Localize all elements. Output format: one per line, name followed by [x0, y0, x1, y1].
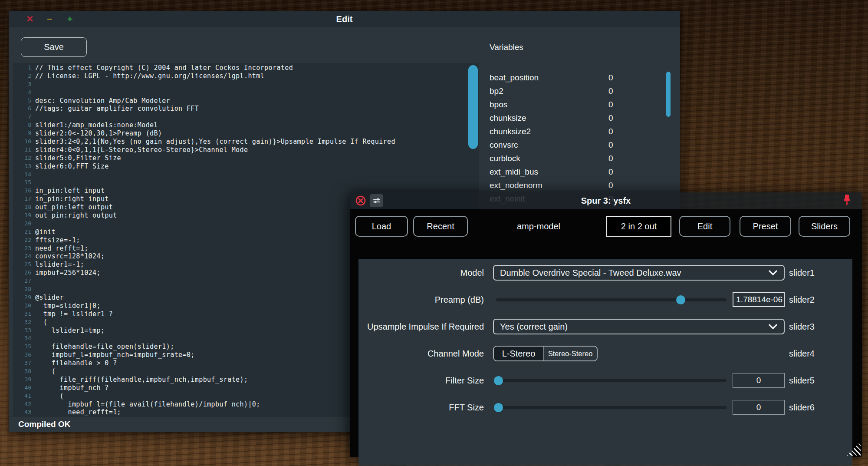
variable-row[interactable]: ext_midi_bus0: [490, 165, 681, 178]
code-text: need_refft=1;: [35, 245, 89, 253]
variable-row[interactable]: bp20: [490, 84, 681, 98]
variable-value: 0: [608, 113, 613, 123]
variable-value: 0: [608, 100, 613, 109]
code-text: //tags: guitar amplifier convolution FFT: [35, 105, 199, 113]
sliders-button[interactable]: Sliders: [799, 216, 850, 237]
variable-value: 0: [608, 140, 613, 150]
upsample-label: Upsample Impulse If Required: [358, 319, 484, 334]
variable-row[interactable]: chunksize20: [490, 125, 681, 138]
variable-name: chunksize: [490, 113, 608, 123]
code-line: 5desc: Convolution Amp/Cab Modeler: [13, 97, 479, 105]
line-number: 43: [13, 408, 35, 416]
code-text: need_refft=1;: [35, 408, 121, 416]
minimize-icon[interactable]: −: [47, 11, 52, 27]
save-button[interactable]: Save: [21, 37, 87, 57]
fft-size-slider[interactable]: [496, 406, 727, 409]
editor-titlebar[interactable]: ✕ − + Edit: [9, 11, 680, 27]
slider-thumb[interactable]: [676, 295, 685, 304]
code-line: 2// License: LGPL - http://www.gnu.org/l…: [13, 72, 479, 80]
pin-icon[interactable]: [843, 195, 851, 207]
sliders-icon: [373, 198, 381, 204]
line-number: 8: [13, 121, 35, 129]
io-channels-badge[interactable]: 2 in 2 out: [606, 216, 671, 237]
preamp-value-input[interactable]: 1.78814e-06: [733, 292, 785, 307]
code-line: 14: [13, 171, 479, 179]
model-label: Model: [358, 265, 484, 281]
variable-value: 0: [608, 154, 613, 163]
channel-mode-option-stereo-stereo[interactable]: Stereo-Stereo: [543, 347, 597, 360]
plugin-parameters-panel: Model Dumble Overdrive Special - Tweed D…: [358, 259, 852, 466]
code-text: // License: LGPL - http://www.gnu.org/li…: [35, 72, 264, 80]
code-line: 9slider2:0<-120,30,1>Preamp (dB): [13, 129, 479, 138]
load-button[interactable]: Load: [355, 216, 408, 237]
line-number: 41: [13, 392, 35, 400]
line-number: 3: [13, 80, 35, 89]
variable-row[interactable]: chunksize0: [490, 111, 681, 125]
fft-size-row: FFT Size 0 slider6: [358, 400, 852, 415]
edit-button[interactable]: Edit: [679, 216, 730, 237]
line-number: 18: [13, 203, 35, 212]
variable-row[interactable]: beat_position0: [490, 71, 681, 84]
plugin-name-label: amp-model: [502, 216, 575, 237]
code-line: 11slider4:0<0,1,1{L-Stereo,Stereo-Stereo…: [13, 146, 479, 154]
line-number: 28: [13, 285, 35, 294]
recent-button[interactable]: Recent: [413, 216, 468, 237]
variable-value: 0: [608, 73, 613, 83]
line-number: 2: [13, 72, 35, 80]
code-line: 10slider3:2<0,2,1{No,Yes (no gain adjust…: [13, 138, 479, 146]
sliders-panel-button[interactable]: [370, 194, 383, 207]
line-number: 31: [13, 310, 35, 318]
line-number: 9: [13, 129, 35, 138]
line-number: 23: [13, 245, 35, 253]
variable-row[interactable]: bpos0: [490, 98, 681, 111]
variable-row[interactable]: curblock0: [490, 152, 681, 165]
preamp-slider[interactable]: [496, 298, 727, 301]
plugin-window: Spur 3: ysfx Load Recent amp-model 2 in …: [350, 192, 862, 457]
filter-size-value-input[interactable]: 0: [733, 373, 785, 388]
line-number: 21: [13, 228, 35, 236]
filter-size-slider[interactable]: [496, 379, 727, 382]
line-number: 35: [13, 343, 35, 351]
line-number: 19: [13, 212, 35, 220]
slider-thumb[interactable]: [494, 376, 503, 385]
code-text: // This effect Copyright (C) 2004 and la…: [35, 64, 293, 72]
editor-scrollbar[interactable]: [468, 65, 478, 149]
plugin-titlebar[interactable]: Spur 3: ysfx: [350, 192, 862, 209]
chevron-down-icon: [768, 324, 778, 330]
fft-size-label: FFT Size: [358, 400, 484, 415]
upsample-dropdown[interactable]: Yes (correct gain): [493, 319, 785, 334]
preamp-label: Preamp (dB): [358, 292, 484, 307]
code-line: 13slider6:0,FFT Size: [13, 162, 479, 171]
close-icon[interactable]: [355, 195, 366, 206]
slider1-tag: slider1: [789, 265, 815, 281]
model-dropdown[interactable]: Dumble Overdrive Special - Tweed Deluxe.…: [493, 265, 785, 281]
code-text: filehandle=file_open(slider1);: [35, 343, 174, 351]
line-number: 17: [13, 195, 35, 203]
line-number: 22: [13, 236, 35, 245]
channel-mode-option-l-stereo[interactable]: L-Stereo: [494, 347, 543, 360]
maximize-icon[interactable]: +: [67, 11, 72, 27]
plugin-window-title: Spur 3: ysfx: [350, 192, 862, 209]
slider5-tag: slider5: [789, 373, 815, 388]
line-number: 40: [13, 384, 35, 392]
model-dropdown-value: Dumble Overdrive Special - Tweed Deluxe.…: [500, 268, 765, 278]
variable-row[interactable]: ext_nodenorm0: [490, 178, 681, 192]
code-line: 4: [13, 89, 479, 97]
fft-size-value-input[interactable]: 0: [733, 400, 785, 415]
code-text: (: [35, 367, 56, 376]
line-number: 1: [13, 64, 35, 72]
code-text: slider6:0,FFT Size: [35, 162, 109, 171]
line-number: 33: [13, 327, 35, 335]
code-text: tmp=slider1|0;: [35, 302, 101, 310]
preset-button[interactable]: Preset: [740, 216, 791, 237]
close-icon[interactable]: ✕: [26, 11, 34, 27]
slider-thumb[interactable]: [494, 403, 503, 412]
variables-scrollbar[interactable]: [666, 72, 671, 117]
variable-name: ext_nodenorm: [490, 181, 608, 190]
line-number: 39: [13, 376, 35, 384]
variable-name: beat_position: [490, 73, 608, 83]
variable-row[interactable]: convsrc0: [490, 138, 681, 152]
code-line: 7: [13, 113, 479, 121]
plugin-body: Load Recent amp-model 2 in 2 out Edit Pr…: [350, 209, 862, 457]
code-text: slider2:0<-120,30,1>Preamp (dB): [35, 129, 162, 138]
